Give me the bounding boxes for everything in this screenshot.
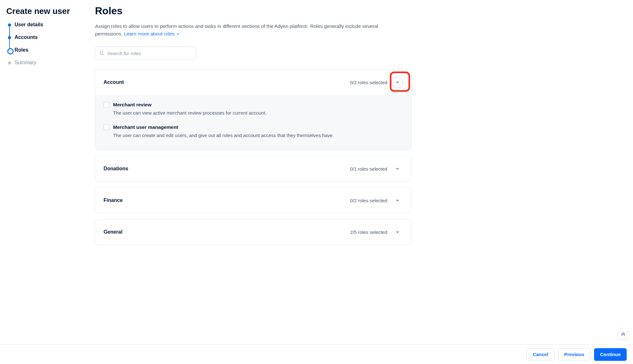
expand-toggle-donations[interactable] bbox=[392, 163, 403, 174]
step-accounts[interactable]: Accounts bbox=[6, 35, 95, 47]
wizard-sidebar: Create new user User details Accounts Ro… bbox=[6, 5, 95, 342]
role-item-merchant-user-management: Merchant user management The user can cr… bbox=[104, 121, 403, 143]
step-summary[interactable]: Summary bbox=[6, 60, 95, 66]
svg-point-0 bbox=[100, 52, 103, 54]
role-group-donations: Donations 0/1 roles selected bbox=[95, 156, 412, 182]
role-group-title: Donations bbox=[104, 166, 128, 172]
help-widget-button[interactable] bbox=[618, 329, 629, 339]
search-roles-container[interactable] bbox=[95, 47, 196, 60]
role-checkbox-merchant-user-management[interactable] bbox=[104, 124, 109, 130]
svg-line-1 bbox=[103, 54, 104, 55]
role-checkbox-merchant-review[interactable] bbox=[104, 102, 109, 108]
role-desc: The user can create and edit users, and … bbox=[113, 132, 403, 139]
chevron-up-icon bbox=[395, 80, 400, 85]
chevron-down-icon bbox=[395, 198, 400, 203]
expand-toggle-finance[interactable] bbox=[392, 195, 403, 206]
sidebar-title: Create new user bbox=[6, 6, 95, 16]
page-title: Roles bbox=[95, 5, 412, 17]
role-group-title: General bbox=[104, 229, 123, 235]
role-group-finance: Finance 0/2 roles selected bbox=[95, 187, 412, 213]
role-group-title: Account bbox=[104, 79, 124, 85]
chevron-down-icon bbox=[395, 230, 400, 234]
role-desc: The user can view active merchant review… bbox=[113, 110, 403, 117]
expand-toggle-general[interactable] bbox=[392, 226, 403, 238]
page-description: Assign roles to allow users to perform a… bbox=[95, 22, 386, 38]
clickup-icon bbox=[620, 331, 626, 337]
role-group-count: 0/1 roles selected bbox=[350, 166, 387, 172]
step-user-details[interactable]: User details bbox=[6, 22, 95, 35]
collapse-toggle-account[interactable] bbox=[392, 77, 403, 88]
role-group-body-account: Merchant review The user can view active… bbox=[95, 95, 411, 150]
learn-more-link[interactable]: Learn more about roles↗ bbox=[124, 31, 179, 36]
role-group-header-finance[interactable]: Finance 0/2 roles selected bbox=[95, 188, 411, 213]
role-item-merchant-review: Merchant review The user can view active… bbox=[104, 98, 403, 121]
search-roles-input[interactable] bbox=[107, 50, 192, 56]
role-name: Merchant review bbox=[113, 102, 151, 108]
search-icon bbox=[99, 51, 104, 56]
role-group-count: 0/2 roles selected bbox=[350, 80, 387, 85]
role-group-header-account[interactable]: Account 0/2 roles selected bbox=[95, 70, 411, 95]
role-group-header-general[interactable]: General 2/5 roles selected bbox=[95, 219, 411, 245]
role-group-header-donations[interactable]: Donations 0/1 roles selected bbox=[95, 156, 411, 181]
role-group-general: General 2/5 roles selected bbox=[95, 219, 412, 245]
external-link-icon: ↗ bbox=[176, 31, 179, 37]
main-content: Roles Assign roles to allow users to per… bbox=[95, 5, 412, 342]
step-roles[interactable]: Roles bbox=[6, 47, 95, 60]
role-group-account: Account 0/2 roles selected Merchant revi… bbox=[95, 69, 412, 150]
role-group-count: 2/5 roles selected bbox=[350, 229, 387, 235]
chevron-down-icon bbox=[395, 166, 400, 171]
role-group-count: 0/2 roles selected bbox=[350, 198, 387, 203]
role-name: Merchant user management bbox=[113, 124, 178, 130]
role-group-title: Finance bbox=[104, 198, 123, 203]
